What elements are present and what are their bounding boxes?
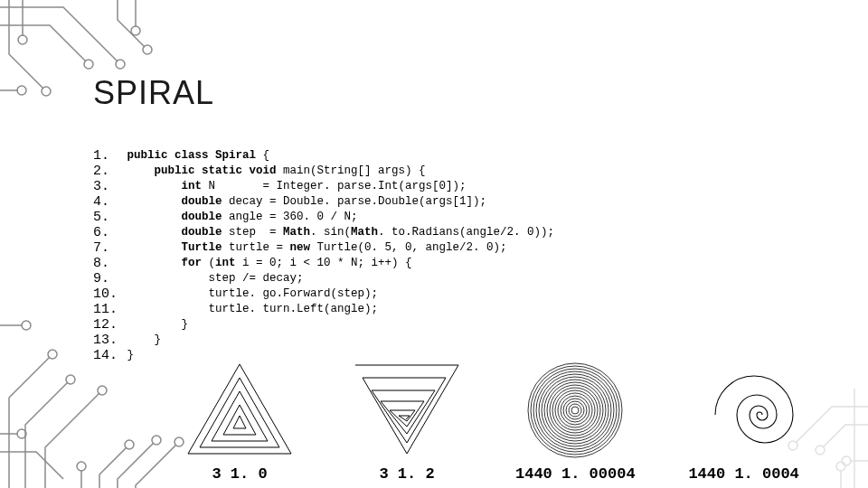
- example-1: 3 1. 0: [181, 361, 298, 483]
- code-block: 1. public class Spiral {2. public static…: [93, 148, 554, 363]
- svg-point-1: [84, 60, 93, 69]
- svg-point-10: [98, 386, 107, 395]
- svg-point-6: [17, 86, 26, 95]
- example-4: 1440 1. 0004: [685, 361, 803, 483]
- svg-point-40: [569, 404, 581, 417]
- svg-point-11: [17, 429, 26, 438]
- svg-point-30: [542, 377, 609, 444]
- svg-marker-23: [223, 405, 256, 435]
- figure-concentric-spiral: [516, 361, 634, 460]
- svg-point-27: [533, 369, 617, 452]
- svg-point-25: [528, 363, 622, 457]
- svg-point-13: [125, 440, 134, 449]
- svg-point-35: [555, 390, 595, 430]
- figure-triangle-spiral-1: [181, 361, 298, 460]
- svg-point-19: [836, 462, 845, 471]
- svg-point-17: [816, 446, 825, 455]
- svg-point-38: [563, 399, 587, 422]
- svg-point-9: [66, 375, 75, 384]
- svg-point-28: [536, 371, 614, 449]
- svg-point-37: [561, 396, 590, 425]
- example-3: 1440 1. 00004: [515, 361, 636, 483]
- svg-point-34: [552, 388, 598, 433]
- svg-point-7: [22, 321, 31, 330]
- example-1-caption: 3 1. 0: [212, 465, 267, 483]
- svg-point-12: [77, 462, 86, 471]
- figure-triangle-spiral-2: [348, 361, 466, 460]
- svg-point-18: [842, 456, 851, 465]
- svg-point-33: [550, 385, 600, 436]
- svg-point-2: [42, 87, 51, 96]
- svg-point-8: [48, 350, 57, 359]
- svg-point-5: [131, 26, 140, 35]
- svg-point-41: [571, 407, 579, 414]
- example-2-caption: 3 1. 2: [379, 465, 434, 483]
- figure-loose-spiral: [685, 361, 803, 460]
- example-3-caption: 1440 1. 00004: [515, 465, 636, 483]
- svg-point-14: [152, 436, 161, 445]
- svg-marker-24: [233, 416, 246, 428]
- example-2: 3 1. 2: [348, 361, 466, 483]
- slide-root: SPIRAL 1. public class Spiral {2. public…: [0, 0, 868, 488]
- example-4-caption: 1440 1. 0004: [688, 465, 798, 483]
- examples-row: 3 1. 0 3 1. 2: [181, 361, 803, 483]
- svg-point-4: [143, 45, 152, 54]
- svg-point-3: [18, 35, 27, 44]
- slide-title: SPIRAL: [93, 74, 214, 112]
- svg-point-31: [544, 380, 606, 441]
- svg-point-0: [116, 60, 125, 69]
